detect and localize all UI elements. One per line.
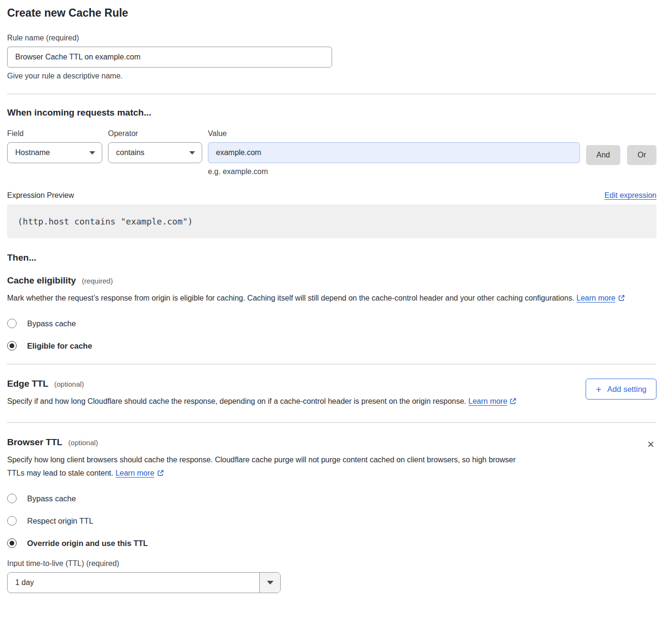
operator-label: Operator <box>108 129 202 138</box>
ttl-label: Input time-to-live (TTL) (required) <box>7 559 656 568</box>
page-title: Create new Cache Rule <box>7 7 656 20</box>
external-link-icon <box>618 293 625 306</box>
then-heading: Then... <box>7 253 656 263</box>
match-heading: When incoming requests match... <box>7 107 656 118</box>
field-label: Field <box>7 129 102 138</box>
value-input[interactable] <box>208 142 580 163</box>
ttl-select-value: 1 day <box>8 573 259 593</box>
cache-eligibility-title: Cache eligibility <box>7 275 76 285</box>
close-icon[interactable]: ✕ <box>645 438 656 451</box>
browser-ttl-title: Browser TTL <box>7 437 62 447</box>
browser-ttl-description: Specify how long client browsers should … <box>7 456 516 477</box>
field-select[interactable]: Hostname <box>7 142 102 163</box>
rule-name-label: Rule name (required) <box>7 34 656 42</box>
radio-label: Eligible for cache <box>27 342 92 351</box>
chevron-down-icon[interactable] <box>259 573 280 593</box>
learn-more-link[interactable]: Learn more <box>577 294 616 302</box>
browser-ttl-section: Browser TTL (optional) Specify how long … <box>7 437 656 593</box>
expression-code: (http.host contains "example.com") <box>7 205 656 238</box>
or-button[interactable]: Or <box>627 145 656 165</box>
edge-ttl-qualifier: (optional) <box>54 380 84 388</box>
operator-select[interactable]: contains <box>108 142 202 163</box>
edge-ttl-title: Edge TTL <box>7 379 49 389</box>
radio-label: Respect origin TTL <box>27 517 93 526</box>
edge-ttl-section: Edge TTL (optional) Specify if and how l… <box>7 379 656 409</box>
radio-option-eligible-for-cache[interactable]: Eligible for cache <box>7 341 656 351</box>
operator-select-value: contains <box>116 148 145 157</box>
radio-button[interactable] <box>7 319 17 328</box>
radio-label: Bypass cache <box>27 494 76 503</box>
and-button[interactable]: And <box>586 145 620 165</box>
learn-more-link[interactable]: Learn more <box>469 397 508 405</box>
radio-button[interactable] <box>7 516 17 526</box>
radio-option-respect-origin-ttl[interactable]: Respect origin TTL <box>7 516 656 526</box>
ttl-select[interactable]: 1 day <box>7 572 281 593</box>
radio-option-override-origin-ttl[interactable]: Override origin and use this TTL <box>7 538 656 548</box>
cache-eligibility-qualifier: (required) <box>82 277 113 285</box>
value-helper: e.g. example.com <box>208 167 580 176</box>
radio-button[interactable] <box>7 494 17 503</box>
value-label: Value <box>208 129 580 138</box>
edit-expression-link[interactable]: Edit expression <box>605 191 656 200</box>
cache-eligibility-section: Cache eligibility (required) Mark whethe… <box>7 275 656 351</box>
chevron-down-icon <box>189 151 195 155</box>
radio-label: Override origin and use this TTL <box>27 539 148 548</box>
divider <box>7 422 656 423</box>
browser-ttl-qualifier: (optional) <box>69 439 98 447</box>
learn-more-link[interactable]: Learn more <box>116 469 155 477</box>
chevron-down-icon <box>89 151 95 155</box>
add-setting-button[interactable]: + Add setting <box>586 379 656 400</box>
radio-label: Bypass cache <box>27 319 76 328</box>
rule-name-input[interactable] <box>7 47 332 68</box>
edge-ttl-description: Specify if and how long Cloudflare shoul… <box>7 397 466 405</box>
radio-option-bypass-cache[interactable]: Bypass cache <box>7 494 656 503</box>
radio-button[interactable] <box>7 538 17 548</box>
divider <box>7 94 656 94</box>
external-link-icon <box>509 396 517 409</box>
match-row: Field Hostname Operator contains Value e… <box>7 129 656 176</box>
radio-button[interactable] <box>7 341 17 351</box>
expression-preview-label: Expression Preview <box>7 191 74 200</box>
external-link-icon <box>157 468 164 481</box>
radio-option-bypass-cache[interactable]: Bypass cache <box>7 319 656 328</box>
rule-name-helper: Give your rule a descriptive name. <box>7 72 656 80</box>
divider <box>7 364 656 364</box>
cache-eligibility-description: Mark whether the request’s response from… <box>7 294 574 302</box>
plus-icon: + <box>596 384 601 394</box>
field-select-value: Hostname <box>15 148 50 157</box>
